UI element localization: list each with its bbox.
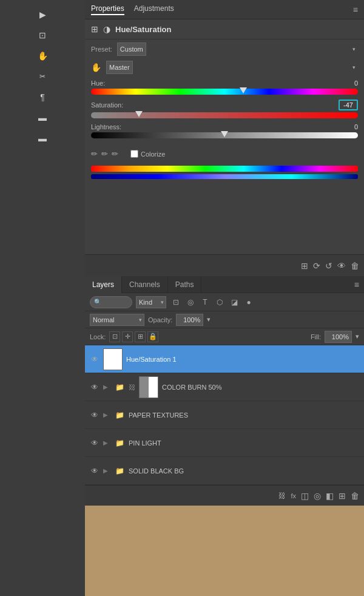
layers-bottom-bar: ⛓ fx ◫ ◎ ◧ ⊞ 🗑 (85, 485, 364, 506)
layers-group-icon[interactable]: ◧ (326, 491, 334, 501)
toolbar-icon-1[interactable]: ⊞ (301, 261, 308, 271)
tab-channels[interactable]: Channels (122, 276, 168, 293)
layer-row-paper[interactable]: 👁 ▶ 📁 PAPER TEXTURES (85, 401, 364, 429)
visibility-eye-2[interactable]: 👁 (90, 383, 99, 391)
colorize-checkbox[interactable] (130, 150, 138, 158)
tab-paths[interactable]: Paths (168, 276, 202, 293)
filter-type-icon[interactable]: T (199, 296, 211, 308)
properties-menu-icon[interactable]: ≡ (353, 5, 358, 15)
layer-type-icon-4: 📁 (114, 439, 125, 447)
lightness-thumb[interactable] (221, 131, 228, 137)
layers-delete-icon[interactable]: 🗑 (351, 491, 359, 501)
expand-solid-black[interactable]: ▶ (103, 467, 110, 474)
saturation-value[interactable]: -47 (339, 100, 358, 110)
notes-tool[interactable]: ▬ (34, 109, 51, 126)
layer-name-solid-black: SOLID BLACK BG (129, 467, 359, 475)
fill-input[interactable] (325, 331, 352, 343)
lightness-track-container[interactable] (91, 132, 358, 138)
expand-color-burn[interactable]: ▶ (103, 384, 110, 390)
colorize-checkbox-label[interactable]: Colorize (130, 150, 165, 158)
filter-bar: 🔍 Kind ⊡ ◎ T ⬡ ◪ ● (85, 293, 364, 311)
filter-pixel-icon[interactable]: ⊡ (170, 296, 182, 308)
layer-row-solid-black[interactable]: 👁 ▶ 📁 SOLID BLACK BG (85, 457, 364, 485)
lock-all-btn[interactable]: 🔒 (147, 331, 158, 342)
layers-menu-icon[interactable]: ≡ (354, 280, 364, 290)
lock-move-btn[interactable]: ✛ (122, 331, 133, 342)
filter-icons: ⊡ ◎ T ⬡ ◪ ● (170, 296, 255, 308)
brush-icons: ✏ ✏ ✏ (91, 149, 118, 158)
properties-bottom-toolbar: ⊞ ⟳ ↺ 👁 🗑 (85, 254, 364, 276)
expand-paper[interactable]: ▶ (103, 411, 110, 418)
search-icon: 🔍 (94, 299, 101, 305)
hue-track-container[interactable] (91, 89, 358, 95)
preset-label: Preset: (91, 46, 112, 53)
filter-kind-select[interactable]: Kind (136, 296, 166, 308)
marquee-tool[interactable]: ⊡ (34, 27, 51, 44)
tab-adjustments[interactable]: Adjustments (134, 4, 174, 15)
opacity-input[interactable] (176, 314, 203, 326)
layers-new-icon[interactable]: ⊞ (339, 491, 346, 501)
slice-tool[interactable]: ✂ (34, 68, 51, 85)
thumb-white-1 (104, 349, 122, 370)
visibility-eye-4[interactable]: 👁 (90, 439, 99, 447)
layers-adjustment-icon[interactable]: ◎ (314, 491, 321, 501)
filter-shape-icon[interactable]: ⬡ (214, 296, 226, 308)
layer-name-paper: PAPER TEXTURES (129, 411, 359, 419)
layer-thumb-hue-sat (103, 348, 123, 370)
type-tool[interactable]: ¶ (34, 89, 51, 106)
opacity-arrow[interactable]: ▾ (207, 316, 211, 323)
layer-thumb-color-burn (139, 376, 158, 398)
link-icon-2: ⛓ (129, 384, 135, 391)
toolbar-icon-3[interactable]: ↺ (325, 261, 332, 271)
saturation-thumb[interactable] (135, 111, 143, 117)
layers-tabs: Layers Channels Paths ≡ (85, 276, 364, 293)
properties-tabs: Properties Adjustments ≡ (85, 0, 364, 19)
canvas-background (85, 506, 364, 596)
brush-icon-2[interactable]: ✏ (101, 149, 108, 158)
toolbar-icon-5[interactable]: 🗑 (351, 261, 359, 271)
layer-row-hue-sat[interactable]: 👁 Hue/Saturation 1 (85, 345, 364, 373)
layers-fx-icon[interactable]: fx (291, 492, 296, 499)
hue-value: 0 (354, 80, 358, 87)
expand-pin-light[interactable]: ▶ (103, 439, 110, 446)
lasso-tool[interactable]: ✋ (34, 47, 51, 64)
move-tool[interactable]: ▶ (34, 6, 51, 23)
fill-arrow[interactable]: ▾ (356, 333, 359, 340)
lock-artboard-btn[interactable]: ⊞ (135, 331, 146, 342)
saturation-slider-row: Saturation: -47 (91, 100, 358, 118)
saturation-track-container[interactable] (91, 112, 358, 118)
layer-row-pin-light[interactable]: 👁 ▶ 📁 PIN LIGHT (85, 429, 364, 457)
hue-track (91, 89, 358, 95)
filter-adjust-icon[interactable]: ◎ (184, 296, 197, 308)
filter-circle-icon[interactable]: ● (243, 296, 255, 308)
preset-select[interactable]: Custom (117, 42, 146, 56)
fill-label: Fill: (311, 333, 321, 340)
visibility-eye-3[interactable]: 👁 (90, 411, 99, 419)
tab-layers[interactable]: Layers (85, 276, 122, 293)
layers-link-icon[interactable]: ⛓ (278, 492, 286, 500)
layer-name-pin-light: PIN LIGHT (129, 439, 359, 447)
filter-smart-icon[interactable]: ◪ (228, 296, 240, 308)
master-select[interactable]: Master (106, 61, 133, 74)
lock-pixel-btn[interactable]: ⊡ (109, 331, 120, 342)
layer-row-color-burn[interactable]: 👁 ▶ 📁 ⛓ COLOR BURN 50% (85, 373, 364, 401)
properties-panel: Properties Adjustments ≡ ⊞ ◑ Hue/Saturat… (85, 0, 364, 276)
colorize-label: Colorize (141, 151, 165, 158)
hand-icon: ✋ (91, 63, 101, 72)
brush-icon-1[interactable]: ✏ (91, 149, 98, 158)
toolbar-icon-4[interactable]: 👁 (337, 261, 346, 271)
lightness-slider-row: Lightness: 0 (91, 123, 358, 138)
hue-thumb[interactable] (240, 87, 247, 93)
rainbow-bar-bottom (91, 174, 358, 179)
toolbar-icon-2[interactable]: ⟳ (313, 261, 320, 271)
hue-label: Hue: (91, 80, 105, 87)
tab-properties[interactable]: Properties (91, 4, 124, 15)
history-tool[interactable]: ▬ (34, 130, 51, 147)
visibility-eye-5[interactable]: 👁 (90, 467, 99, 475)
brush-icon-3[interactable]: ✏ (112, 149, 118, 158)
visibility-eye-1[interactable]: 👁 (90, 355, 99, 364)
blend-mode-select[interactable]: Normal (90, 314, 144, 326)
panel-title: Hue/Saturation (115, 25, 171, 34)
lock-label: Lock: (90, 333, 106, 340)
layers-mask-icon[interactable]: ◫ (301, 491, 309, 501)
